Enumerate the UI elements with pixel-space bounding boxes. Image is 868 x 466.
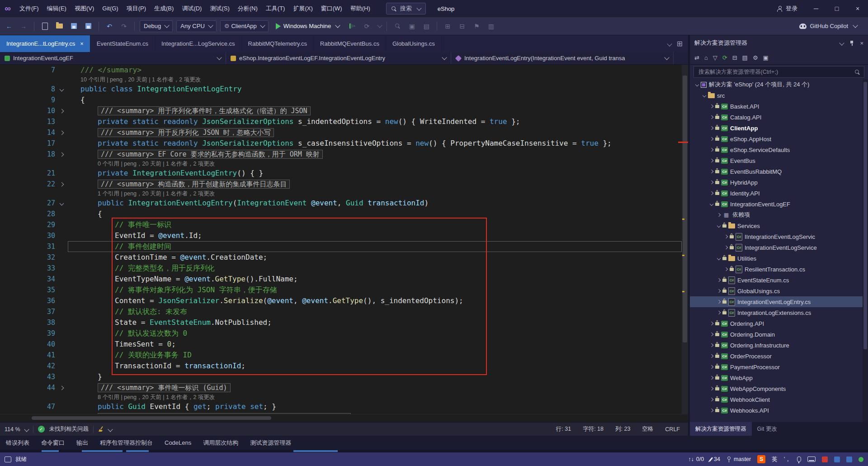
code-text[interactable]: private static readonly JsonSerializerOp…	[68, 116, 682, 127]
navigate-back-button[interactable]: ←	[4, 21, 14, 32]
breakpoint-margin[interactable]	[0, 219, 32, 230]
breakpoint-margin[interactable]	[0, 138, 32, 149]
breakpoint-margin[interactable]	[0, 401, 32, 412]
breakpoint-margin[interactable]	[0, 149, 32, 160]
code-text[interactable]: /// <summary> 事件唯一标识 (Guid)	[68, 382, 682, 393]
breakpoint-margin[interactable]	[0, 252, 32, 263]
tree-collapse-icon[interactable]	[715, 257, 722, 260]
tree-item-utilities[interactable]: Utilities	[690, 253, 868, 264]
code-text[interactable]: // 默认发送次数为 0	[68, 328, 682, 339]
bottom-tab-程序包管理器控制台[interactable]: 程序包管理器控制台	[94, 439, 159, 447]
tree-expand-icon[interactable]	[708, 344, 715, 347]
menu-item-1[interactable]: 编辑(E)	[43, 0, 71, 17]
code-text[interactable]: TimesSent = 0;	[68, 339, 682, 350]
tree-item-catalog-api[interactable]: C#Catalog.API	[690, 112, 868, 123]
breakpoint-margin[interactable]	[0, 168, 32, 179]
startup-project-select[interactable]: ⚙ ClientApp	[220, 20, 269, 32]
tree-item-eventbus[interactable]: C#EventBus	[690, 155, 868, 166]
ime-language-toggle[interactable]: 英	[772, 456, 778, 463]
tab-integratione-tlogentry-cs[interactable]: IntegrationE...tLogEntry.cs×	[0, 35, 90, 52]
breadcrumb-segment-0[interactable]: IntegrationEventLogEF	[0, 52, 226, 64]
scrollbar-thumb[interactable]	[683, 76, 687, 342]
code-text[interactable]: public Guid EventId { get; private set; …	[68, 401, 682, 412]
close-button[interactable]: ×	[847, 0, 868, 17]
tree-expand-icon[interactable]	[715, 214, 722, 216]
breadcrumb-segment-2[interactable]: IntegrationEventLogEntry(IntegrationEven…	[451, 52, 674, 64]
code-text[interactable]: private static readonly JsonSerializerOp…	[68, 138, 682, 149]
compare-files-button[interactable]: ▥	[486, 21, 496, 32]
filter-icon[interactable]: ▽	[713, 54, 717, 61]
ime-toolbox-icon[interactable]	[822, 456, 828, 462]
tree-item-iintegrationeventlogservic[interactable]: C#IIntegrationEventLogServic	[690, 231, 868, 242]
maximize-button[interactable]: □	[826, 0, 847, 17]
tree-expand-icon[interactable]	[708, 355, 715, 357]
tree-collapse-icon[interactable]	[708, 203, 715, 205]
bottom-tab-错误列表[interactable]: 错误列表	[0, 439, 35, 447]
github-copilot-button[interactable]: GitHub Copilot	[799, 23, 857, 29]
menu-item-9[interactable]: 工具(T)	[262, 0, 289, 17]
code-text[interactable]: // 关联的业务事务 ID	[68, 350, 682, 361]
tree-item-globalusings-cs[interactable]: C#GlobalUsings.cs	[690, 285, 868, 296]
switch-views-icon[interactable]: ⇄	[694, 54, 699, 61]
start-without-debugging-button[interactable]	[347, 21, 358, 32]
pin-icon[interactable]	[849, 40, 854, 46]
tree-expand-icon[interactable]	[708, 148, 715, 151]
bookmark-button[interactable]: ⚑	[471, 21, 482, 32]
tree-expand-icon[interactable]	[708, 181, 715, 184]
microphone-icon[interactable]	[797, 456, 801, 462]
code-text[interactable]: public class IntegrationEventLogEntry	[68, 84, 682, 95]
breakpoint-margin[interactable]	[0, 328, 32, 339]
sync-with-active-document-icon[interactable]: ⟳	[722, 54, 727, 61]
code-text[interactable]: private IntegrationEventLogEntry() { }	[68, 168, 682, 179]
ime-grid-icon[interactable]	[846, 456, 852, 462]
bottom-tab-命令窗口[interactable]: 命令窗口	[35, 439, 71, 447]
save-all-button[interactable]	[83, 21, 94, 32]
menu-item-5[interactable]: 生成(B)	[150, 0, 178, 17]
tree-item-webhooks-api[interactable]: C#Webhooks.API	[690, 405, 868, 416]
code-text[interactable]: // 事件唯一标识	[68, 219, 682, 230]
breakpoint-margin[interactable]	[0, 393, 32, 401]
breakpoint-margin[interactable]	[0, 76, 32, 84]
breakpoint-margin[interactable]	[0, 230, 32, 241]
tree-item-ordering-domain[interactable]: C#Ordering.Domain	[690, 329, 868, 340]
code-text[interactable]: /// </summary>	[68, 65, 682, 76]
tree-item-integrationeventlogservice[interactable]: C#IntegrationEventLogService	[690, 242, 868, 253]
tree-expand-icon[interactable]	[708, 127, 715, 129]
bottom-tab-codelens[interactable]: CodeLens	[159, 439, 197, 446]
code-text[interactable]: EventId = @event.Id;	[68, 230, 682, 241]
tree-item-ordering-api[interactable]: C#Ordering.API	[690, 318, 868, 329]
tree-item-ordering-infrastructure[interactable]: C#Ordering.Infrastructure	[690, 340, 868, 351]
menu-item-6[interactable]: 调试(D)	[178, 0, 206, 17]
ime-grid-icon[interactable]	[834, 456, 840, 462]
tree-item-integrationlogextensions-cs[interactable]: C#IntegrationLogExtensions.cs	[690, 307, 868, 318]
tree-expand-icon[interactable]	[715, 300, 722, 303]
tree-expand-icon[interactable]	[708, 322, 715, 325]
code-editor[interactable]: 7/// </summary>10 个引用 | peng，20 天前 | 1 名…	[0, 65, 688, 422]
horizontal-scrollbar[interactable]	[0, 414, 682, 422]
menu-item-10[interactable]: 扩展(X)	[289, 0, 316, 17]
tree-item-eventbusrabbitmq[interactable]: C#EventBusRabbitMQ	[690, 166, 868, 177]
breakpoint-margin[interactable]	[0, 84, 32, 95]
breakpoint-margin[interactable]	[0, 198, 32, 209]
code-text[interactable]: EventTypeName = @event.GetType().FullNam…	[68, 274, 682, 285]
fold-expand-icon[interactable]	[59, 385, 64, 390]
code-text[interactable]: 10 个引用 | peng，20 天前 | 1 名作者，2 项更改	[68, 76, 682, 84]
solution-search-input[interactable]	[698, 68, 851, 76]
tree-expand-icon[interactable]	[722, 268, 730, 271]
tree-expand-icon[interactable]	[715, 290, 722, 292]
breakpoint-margin[interactable]	[0, 350, 32, 361]
indentation-indicator[interactable]: 空格	[642, 425, 653, 433]
tree-expand-icon[interactable]	[708, 116, 715, 119]
breakpoint-margin[interactable]	[0, 295, 32, 306]
breakpoint-margin[interactable]	[0, 371, 32, 382]
code-text[interactable]: CreationTime = @event.CreationDate;	[68, 252, 682, 263]
platform-select[interactable]: Any CPU	[176, 20, 216, 32]
tab-integratione-logservice-cs[interactable]: IntegrationE...LogService.cs	[155, 35, 242, 52]
line-indicator[interactable]: 行: 31	[556, 425, 571, 433]
tree-expand-icon[interactable]	[722, 246, 730, 249]
menu-item-4[interactable]: 项目(P)	[123, 0, 150, 17]
start-debugging-button[interactable]: Windows Machine	[272, 20, 344, 32]
tree-collapse-icon[interactable]	[701, 94, 708, 97]
menu-item-0[interactable]: 文件(F)	[15, 0, 43, 17]
tree-item-orderprocessor[interactable]: C#OrderProcessor	[690, 351, 868, 361]
